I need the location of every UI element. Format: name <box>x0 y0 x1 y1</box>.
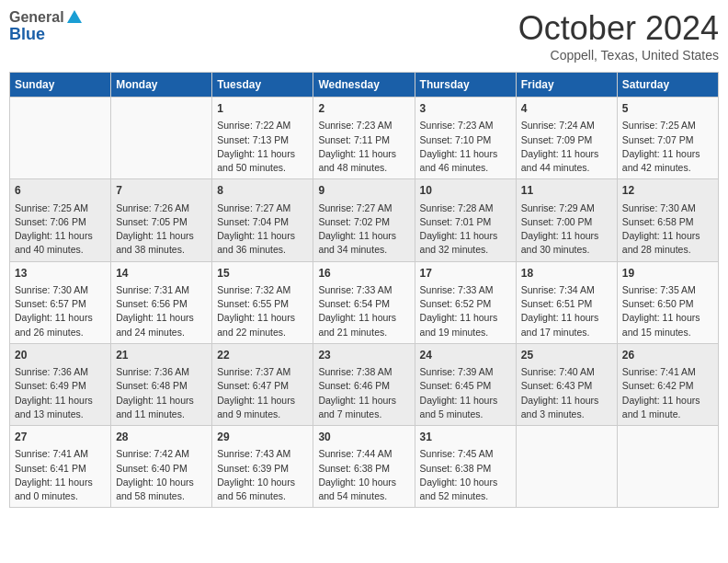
calendar-cell: 7Sunrise: 7:26 AM Sunset: 7:05 PM Daylig… <box>111 179 212 261</box>
day-content: Sunrise: 7:39 AM Sunset: 6:45 PM Dayligh… <box>420 365 511 421</box>
day-number: 2 <box>318 101 409 117</box>
calendar-cell: 21Sunrise: 7:36 AM Sunset: 6:48 PM Dayli… <box>111 343 212 425</box>
day-content: Sunrise: 7:41 AM Sunset: 6:41 PM Dayligh… <box>15 447 106 503</box>
calendar-cell: 30Sunrise: 7:44 AM Sunset: 6:38 PM Dayli… <box>313 426 415 508</box>
day-number: 25 <box>521 348 612 363</box>
day-number: 15 <box>217 266 308 282</box>
col-friday: Friday <box>516 73 617 98</box>
day-content: Sunrise: 7:36 AM Sunset: 6:49 PM Dayligh… <box>15 365 106 421</box>
calendar-cell <box>10 98 111 179</box>
page-header: General Blue October 2024 Coppell, Texas… <box>9 9 719 63</box>
day-number: 22 <box>217 348 308 363</box>
day-number: 26 <box>622 348 713 363</box>
svg-marker-0 <box>67 10 82 23</box>
calendar-cell <box>111 98 212 179</box>
calendar-cell: 14Sunrise: 7:31 AM Sunset: 6:56 PM Dayli… <box>111 261 212 343</box>
day-number: 16 <box>318 266 409 282</box>
calendar-cell: 11Sunrise: 7:29 AM Sunset: 7:00 PM Dayli… <box>516 179 617 261</box>
day-number: 20 <box>15 348 106 363</box>
location: Coppell, Texas, United States <box>518 48 719 63</box>
calendar-cell: 18Sunrise: 7:34 AM Sunset: 6:51 PM Dayli… <box>516 261 617 343</box>
calendar-cell: 22Sunrise: 7:37 AM Sunset: 6:47 PM Dayli… <box>212 343 313 425</box>
logo: General Blue <box>9 9 83 43</box>
logo-general-text: General <box>9 9 64 26</box>
calendar-cell: 23Sunrise: 7:38 AM Sunset: 6:46 PM Dayli… <box>313 343 415 425</box>
day-content: Sunrise: 7:30 AM Sunset: 6:57 PM Dayligh… <box>15 283 106 339</box>
calendar-cell: 26Sunrise: 7:41 AM Sunset: 6:42 PM Dayli… <box>617 343 718 425</box>
day-content: Sunrise: 7:37 AM Sunset: 6:47 PM Dayligh… <box>217 365 308 421</box>
day-content: Sunrise: 7:36 AM Sunset: 6:48 PM Dayligh… <box>116 365 207 421</box>
calendar-cell: 9Sunrise: 7:27 AM Sunset: 7:02 PM Daylig… <box>313 179 415 261</box>
day-content: Sunrise: 7:29 AM Sunset: 7:00 PM Dayligh… <box>521 201 612 258</box>
day-number: 3 <box>420 101 511 117</box>
calendar-body: 1Sunrise: 7:22 AM Sunset: 7:13 PM Daylig… <box>10 98 719 508</box>
calendar-cell: 28Sunrise: 7:42 AM Sunset: 6:40 PM Dayli… <box>111 426 212 508</box>
calendar-cell: 1Sunrise: 7:22 AM Sunset: 7:13 PM Daylig… <box>212 98 313 179</box>
day-content: Sunrise: 7:41 AM Sunset: 6:42 PM Dayligh… <box>622 365 713 421</box>
calendar-cell: 29Sunrise: 7:43 AM Sunset: 6:39 PM Dayli… <box>212 426 313 508</box>
day-content: Sunrise: 7:23 AM Sunset: 7:10 PM Dayligh… <box>420 119 511 175</box>
calendar-cell: 27Sunrise: 7:41 AM Sunset: 6:41 PM Dayli… <box>10 426 111 508</box>
day-number: 4 <box>521 101 612 117</box>
calendar-cell: 2Sunrise: 7:23 AM Sunset: 7:11 PM Daylig… <box>313 98 415 179</box>
calendar-cell: 17Sunrise: 7:33 AM Sunset: 6:52 PM Dayli… <box>415 261 516 343</box>
day-content: Sunrise: 7:27 AM Sunset: 7:02 PM Dayligh… <box>318 201 409 258</box>
calendar-week-1: 1Sunrise: 7:22 AM Sunset: 7:13 PM Daylig… <box>10 98 719 179</box>
day-number: 21 <box>116 348 207 363</box>
calendar-week-2: 6Sunrise: 7:25 AM Sunset: 7:06 PM Daylig… <box>10 179 719 261</box>
day-number: 23 <box>318 348 409 363</box>
day-number: 6 <box>15 183 106 199</box>
day-content: Sunrise: 7:35 AM Sunset: 6:50 PM Dayligh… <box>622 283 713 339</box>
col-thursday: Thursday <box>415 73 516 98</box>
day-number: 29 <box>217 430 308 445</box>
col-monday: Monday <box>111 73 212 98</box>
calendar-cell: 5Sunrise: 7:25 AM Sunset: 7:07 PM Daylig… <box>617 98 718 179</box>
day-number: 10 <box>420 183 511 199</box>
day-number: 17 <box>420 266 511 282</box>
day-content: Sunrise: 7:24 AM Sunset: 7:09 PM Dayligh… <box>521 119 612 175</box>
calendar-cell: 12Sunrise: 7:30 AM Sunset: 6:58 PM Dayli… <box>617 179 718 261</box>
calendar-cell: 10Sunrise: 7:28 AM Sunset: 7:01 PM Dayli… <box>415 179 516 261</box>
title-block: October 2024 Coppell, Texas, United Stat… <box>518 9 719 63</box>
day-content: Sunrise: 7:32 AM Sunset: 6:55 PM Dayligh… <box>217 283 308 339</box>
day-content: Sunrise: 7:31 AM Sunset: 6:56 PM Dayligh… <box>116 283 207 339</box>
day-number: 8 <box>217 183 308 199</box>
calendar-cell: 3Sunrise: 7:23 AM Sunset: 7:10 PM Daylig… <box>415 98 516 179</box>
day-content: Sunrise: 7:25 AM Sunset: 7:07 PM Dayligh… <box>622 119 713 175</box>
day-content: Sunrise: 7:23 AM Sunset: 7:11 PM Dayligh… <box>318 119 409 175</box>
day-content: Sunrise: 7:33 AM Sunset: 6:52 PM Dayligh… <box>420 283 511 339</box>
calendar-week-3: 13Sunrise: 7:30 AM Sunset: 6:57 PM Dayli… <box>10 261 719 343</box>
day-number: 12 <box>622 183 713 199</box>
col-sunday: Sunday <box>10 73 111 98</box>
calendar-cell: 13Sunrise: 7:30 AM Sunset: 6:57 PM Dayli… <box>10 261 111 343</box>
day-content: Sunrise: 7:45 AM Sunset: 6:38 PM Dayligh… <box>420 447 511 503</box>
calendar-cell: 25Sunrise: 7:40 AM Sunset: 6:43 PM Dayli… <box>516 343 617 425</box>
day-number: 18 <box>521 266 612 282</box>
calendar-cell <box>516 426 617 508</box>
day-content: Sunrise: 7:33 AM Sunset: 6:54 PM Dayligh… <box>318 283 409 339</box>
calendar-cell: 19Sunrise: 7:35 AM Sunset: 6:50 PM Dayli… <box>617 261 718 343</box>
day-content: Sunrise: 7:43 AM Sunset: 6:39 PM Dayligh… <box>217 447 308 503</box>
calendar-cell: 24Sunrise: 7:39 AM Sunset: 6:45 PM Dayli… <box>415 343 516 425</box>
day-number: 13 <box>15 266 106 282</box>
calendar-week-5: 27Sunrise: 7:41 AM Sunset: 6:41 PM Dayli… <box>10 426 719 508</box>
logo-icon <box>66 8 83 25</box>
day-content: Sunrise: 7:40 AM Sunset: 6:43 PM Dayligh… <box>521 365 612 421</box>
day-number: 7 <box>116 183 207 199</box>
calendar-cell: 8Sunrise: 7:27 AM Sunset: 7:04 PM Daylig… <box>212 179 313 261</box>
col-wednesday: Wednesday <box>313 73 415 98</box>
calendar-cell <box>617 426 718 508</box>
day-number: 28 <box>116 430 207 445</box>
logo-blue-text: Blue <box>9 26 45 44</box>
day-number: 27 <box>15 430 106 445</box>
day-number: 14 <box>116 266 207 282</box>
calendar-cell: 16Sunrise: 7:33 AM Sunset: 6:54 PM Dayli… <box>313 261 415 343</box>
day-number: 30 <box>318 430 409 445</box>
calendar-cell: 4Sunrise: 7:24 AM Sunset: 7:09 PM Daylig… <box>516 98 617 179</box>
calendar-cell: 20Sunrise: 7:36 AM Sunset: 6:49 PM Dayli… <box>10 343 111 425</box>
day-content: Sunrise: 7:27 AM Sunset: 7:04 PM Dayligh… <box>217 201 308 258</box>
day-content: Sunrise: 7:25 AM Sunset: 7:06 PM Dayligh… <box>15 201 106 258</box>
day-number: 5 <box>622 101 713 117</box>
calendar-cell: 6Sunrise: 7:25 AM Sunset: 7:06 PM Daylig… <box>10 179 111 261</box>
day-number: 11 <box>521 183 612 199</box>
